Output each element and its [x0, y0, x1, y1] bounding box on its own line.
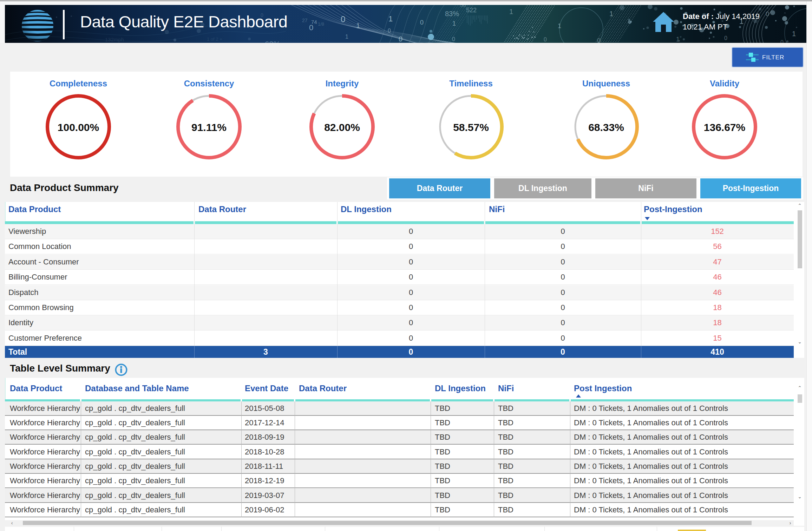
svg-text:0: 0: [544, 37, 547, 42]
svg-text:0: 0: [341, 14, 345, 24]
svg-text:1 of 2 +: 1 of 2 +: [207, 37, 222, 42]
svg-text:0: 0: [452, 36, 455, 42]
svg-text:0: 0: [766, 11, 769, 18]
svg-text:0: 0: [399, 35, 402, 43]
svg-text:1: 1: [609, 10, 613, 18]
svg-text:0: 0: [420, 19, 424, 26]
svg-text:83%: 83%: [445, 10, 459, 18]
svg-text:1: 1: [676, 36, 680, 43]
svg-text:522: 522: [466, 7, 477, 14]
svg-text:1: 1: [558, 22, 561, 29]
svg-text:1: 1: [792, 30, 796, 38]
svg-text:1: 1: [356, 22, 360, 29]
svg-text:0: 0: [780, 39, 784, 43]
svg-text:0: 0: [724, 35, 727, 41]
svg-text:0: 0: [309, 23, 313, 32]
svg-text:132mph: 132mph: [105, 37, 124, 42]
svg-text:0: 0: [597, 37, 601, 43]
svg-text:0: 0: [388, 28, 391, 34]
svg-text:1: 1: [388, 14, 393, 23]
svg-text:63%: 63%: [265, 40, 280, 43]
svg-text:56: 56: [460, 5, 466, 8]
svg-text:27: 27: [302, 18, 308, 23]
svg-text:1: 1: [509, 8, 513, 15]
svg-text:1/8: 1/8: [318, 21, 324, 27]
svg-text:1: 1: [345, 34, 348, 40]
svg-text:1: 1: [452, 20, 456, 27]
